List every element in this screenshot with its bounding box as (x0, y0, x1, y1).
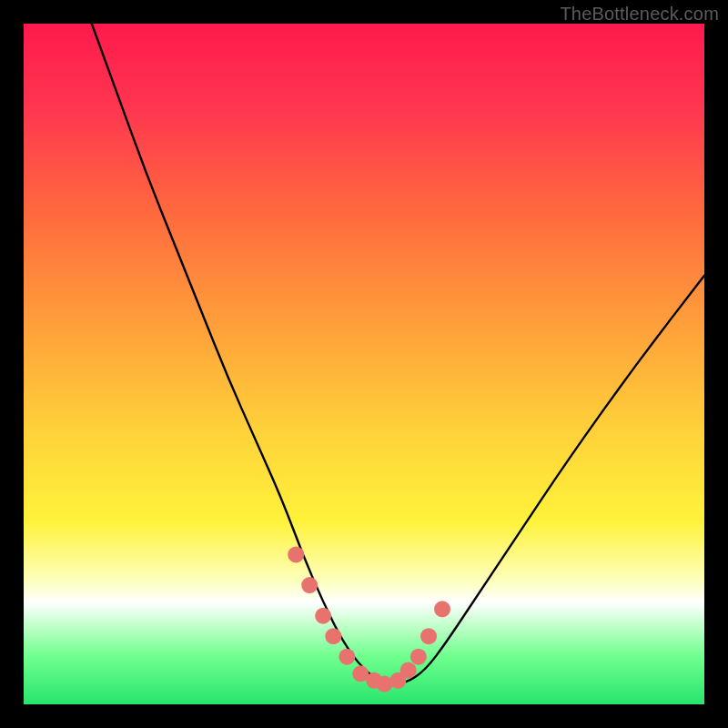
plot-area (24, 24, 704, 704)
curve-canvas (24, 24, 704, 704)
chart-frame: TheBottleneck.com (0, 0, 728, 728)
watermark-text: TheBottleneck.com (560, 4, 719, 25)
